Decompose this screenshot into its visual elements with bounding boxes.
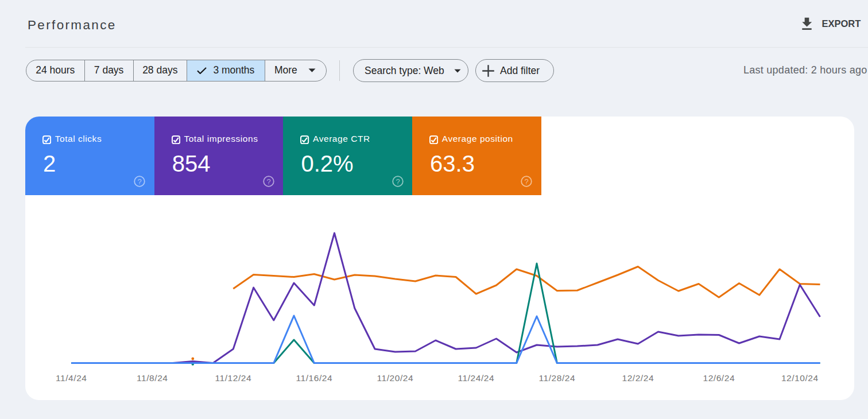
- svg-text:11/28/24: 11/28/24: [539, 373, 576, 383]
- svg-text:11/12/24: 11/12/24: [215, 373, 252, 383]
- svg-text:12/10/24: 12/10/24: [781, 373, 819, 383]
- svg-text:12/6/24: 12/6/24: [703, 373, 735, 383]
- svg-text:11/8/24: 11/8/24: [137, 373, 168, 383]
- svg-text:11/16/24: 11/16/24: [296, 373, 333, 383]
- svg-text:11/20/24: 11/20/24: [377, 373, 414, 383]
- svg-text:12/2/24: 12/2/24: [622, 373, 654, 383]
- svg-text:11/24/24: 11/24/24: [458, 373, 495, 383]
- svg-text:11/4/24: 11/4/24: [56, 373, 87, 383]
